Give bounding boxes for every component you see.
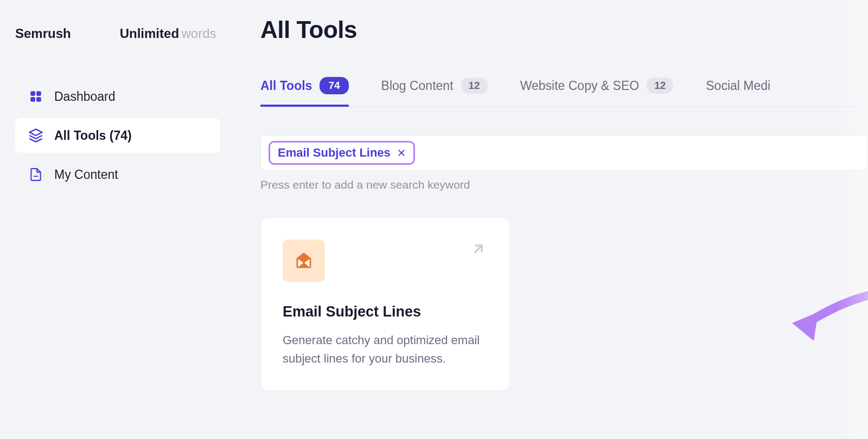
svg-rect-3 [36,97,41,102]
results: Email Subject Lines Generate catchy and … [260,217,868,391]
sidebar-item-my-content[interactable]: My Content [15,157,220,192]
sidebar: Semrush Unlimited words Dashboard All To… [0,0,233,439]
search-input[interactable]: Email Subject Lines [260,135,868,171]
sidebar-item-label: My Content [54,167,118,182]
svg-rect-2 [30,97,35,102]
annotation-arrow-icon [787,288,868,355]
brand-name: Semrush [15,26,71,41]
card-title: Email Subject Lines [283,304,488,320]
tab-badge: 12 [461,78,488,94]
sidebar-nav: Dashboard All Tools (74) My Content [15,79,220,192]
search-tag-label: Email Subject Lines [278,146,391,160]
dashboard-icon [28,89,43,104]
sidebar-item-all-tools[interactable]: All Tools (74) [15,118,220,153]
search-hint: Press enter to add a new search keyword [260,178,868,191]
tab-label: Social Medi [706,79,770,93]
tabs: All Tools 74 Blog Content 12 Website Cop… [260,77,868,107]
tab-badge: 12 [647,78,673,94]
tab-label: Website Copy & SEO [520,79,639,93]
tab-social-media[interactable]: Social Medi [706,77,770,106]
svg-rect-1 [36,91,41,96]
search-tag[interactable]: Email Subject Lines [269,141,415,165]
tab-label: Blog Content [381,79,454,93]
search-area: Email Subject Lines Press enter to add a… [260,135,868,191]
card-description: Generate catchy and optimized email subj… [283,331,488,368]
tool-card-email-subject-lines[interactable]: Email Subject Lines Generate catchy and … [260,217,510,391]
plan-suffix: words [182,26,216,41]
main-content: All Tools All Tools 74 Blog Content 12 W… [233,0,868,439]
tab-all-tools[interactable]: All Tools 74 [260,77,349,106]
plan-label: Unlimited words [120,26,216,41]
svg-marker-4 [29,129,42,135]
sidebar-item-label: All Tools (74) [54,128,132,143]
tab-website-copy-seo[interactable]: Website Copy & SEO 12 [520,77,674,106]
envelope-open-icon [283,240,325,282]
close-icon[interactable] [397,149,406,157]
svg-rect-0 [30,91,35,96]
page-title: All Tools [260,16,868,43]
tab-label: All Tools [260,79,312,93]
external-link-icon [470,241,487,259]
sidebar-item-dashboard[interactable]: Dashboard [15,79,220,114]
tab-blog-content[interactable]: Blog Content 12 [381,77,488,106]
sidebar-header: Semrush Unlimited words [15,26,220,41]
document-icon [28,167,43,182]
plan-name: Unlimited [120,26,179,41]
layers-icon [28,128,43,143]
sidebar-item-label: Dashboard [54,89,116,104]
tab-badge: 74 [320,77,348,94]
